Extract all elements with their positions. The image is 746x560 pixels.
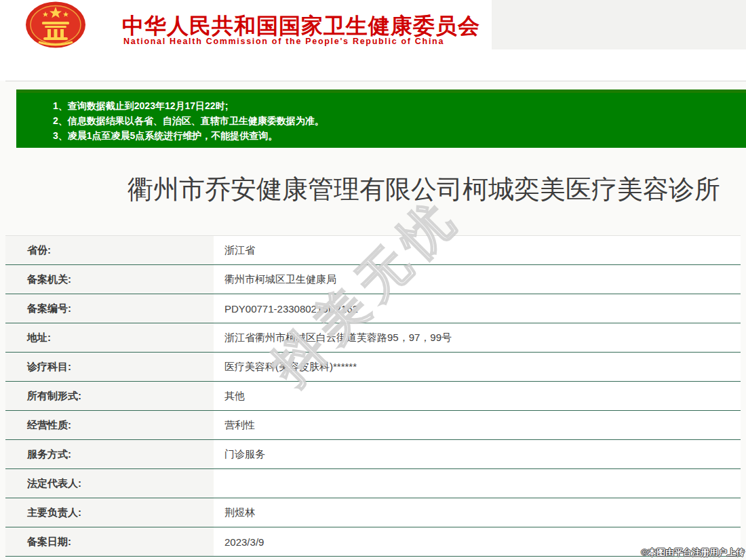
- table-row: 备案日期: 2023/3/9: [5, 527, 741, 557]
- institution-detail-table: 省份: 浙江省 备案机关: 衢州市柯城区卫生健康局 备案编号: PDY00771…: [5, 235, 741, 557]
- photo-credit-watermark: ©本图由平台注册用户上传: [641, 546, 745, 559]
- field-label: 主要负责人:: [5, 498, 214, 527]
- field-value: 荆煜林: [214, 498, 741, 527]
- table-row: 主要负责人: 荆煜林: [5, 498, 741, 527]
- field-value: 其他: [214, 382, 741, 410]
- notice-banner: 1、查询数据截止到2023年12月17日22时; 2、信息数据结果以各省、自治区…: [16, 89, 746, 148]
- field-label: 服务方式:: [5, 440, 214, 468]
- header-divider: [5, 81, 746, 81]
- field-value: PDY00771-233080215D2162: [214, 294, 741, 323]
- field-value: [214, 469, 741, 498]
- field-label: 备案编号:: [5, 294, 214, 323]
- field-label: 所有制形式:: [5, 382, 214, 410]
- site-logo: 中华人民共和国国家卫生健康委员会 National Health Commiss…: [0, 0, 492, 49]
- field-value: 营利性: [214, 411, 741, 439]
- notice-line-3: 3、凌晨1点至凌晨5点系统进行维护，不能提供查询。: [53, 128, 746, 143]
- field-value: 浙江省衢州市柯城区白云街道芙蓉路95，97，99号: [214, 323, 741, 352]
- table-row: 省份: 浙江省: [5, 236, 741, 265]
- table-row: 地址: 浙江省衢州市柯城区白云街道芙蓉路95，97，99号: [5, 323, 741, 353]
- table-row: 备案机关: 衢州市柯城区卫生健康局: [5, 265, 741, 294]
- table-row: 所有制形式: 其他: [5, 382, 741, 411]
- field-label: 备案机关:: [5, 265, 214, 294]
- table-row: 诊疗科目: 医疗美容科(美容皮肤科)******: [5, 353, 741, 382]
- table-row: 服务方式: 门诊服务: [5, 440, 741, 469]
- notice-line-2: 2、信息数据结果以各省、自治区、直辖市卫生健康委数据为准。: [53, 113, 746, 128]
- table-row: 法定代表人:: [5, 469, 741, 498]
- table-row: 备案编号: PDY00771-233080215D2162: [5, 294, 741, 323]
- institution-title: 衢州市乔安健康管理有限公司柯城奕美医疗美容诊所: [0, 172, 746, 207]
- field-label: 经营性质:: [5, 411, 214, 439]
- field-label: 地址:: [5, 323, 214, 352]
- field-value: 衢州市柯城区卫生健康局: [214, 265, 741, 294]
- field-label: 诊疗科目:: [5, 353, 214, 381]
- field-label: 法定代表人:: [5, 469, 214, 498]
- page: 中华人民共和国国家卫生健康委员会 National Health Commiss…: [0, 0, 746, 560]
- field-label: 备案日期:: [5, 527, 214, 556]
- site-header: 中华人民共和国国家卫生健康委员会 National Health Commiss…: [0, 0, 746, 81]
- china-national-emblem-icon: [15, 1, 96, 48]
- field-value: 浙江省: [214, 236, 741, 264]
- header-background-strip: [492, 0, 746, 49]
- table-row: 经营性质: 营利性: [5, 411, 741, 440]
- field-value: 医疗美容科(美容皮肤科)******: [214, 353, 741, 381]
- field-label: 省份:: [5, 236, 214, 264]
- field-value: 门诊服务: [214, 440, 741, 468]
- org-name-english: National Health Commission of the People…: [123, 37, 444, 46]
- notice-line-1: 1、查询数据截止到2023年12月17日22时;: [53, 98, 746, 113]
